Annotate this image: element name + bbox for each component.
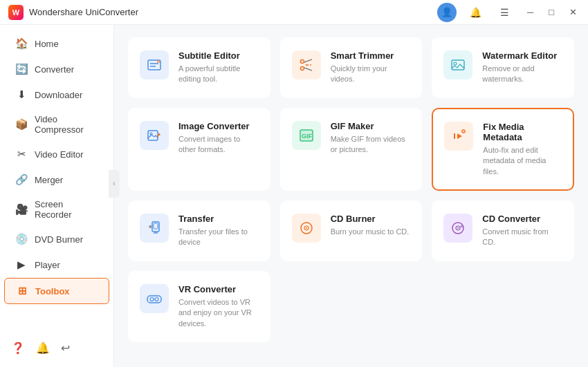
tool-card-transfer[interactable]: TransferTransfer your files to device [128,200,270,261]
svg-line-9 [304,68,312,70]
image-converter-icon [140,121,169,150]
sidebar-bottom: ❓ 🔔 ↩ [0,335,113,361]
notification-icon[interactable]: 🔔 [36,341,50,355]
cd-converter-icon [443,214,472,243]
merger-icon: 🔗 [15,173,28,186]
tool-card-gif-maker[interactable]: GIF GIF MakerMake GIF from videos or pic… [280,108,423,191]
app-logo: W [8,5,24,20]
menu-icon[interactable]: ☰ [495,3,515,22]
subtitle-editor-title: Subtitle Editor [178,50,259,61]
svg-rect-12 [452,60,464,70]
sidebar-label-converter: Converter [35,64,74,75]
sidebar-item-toolbox[interactable]: ⊞ Toolbox [4,278,109,304]
sidebar-item-video-editor[interactable]: ✂ Video Editor [4,142,109,167]
tool-card-smart-trimmer[interactable]: Smart TrimmerQuickly trim your videos. [280,37,423,98]
sidebar-nav: 🏠 Home🔄 Converter⬇ Downloader📦 Video Com… [0,30,113,305]
cd-converter-text: CD ConverterConvert music from CD. [482,214,562,248]
sidebar-item-downloader[interactable]: ⬇ Downloader [4,82,109,107]
cd-converter-title: CD Converter [482,214,562,224]
sidebar-item-player[interactable]: ▶ Player [4,252,109,277]
vr-converter-icon [140,284,169,313]
watermark-editor-text: Watermark EditorRemove or add watermarks… [482,50,562,85]
close-button[interactable]: ✕ [567,7,580,17]
sidebar-item-video-compressor[interactable]: 📦 Video Compressor [4,108,109,141]
sidebar-item-converter[interactable]: 🔄 Converter [4,57,109,82]
smart-trimmer-icon [292,50,321,79]
cd-burner-desc: Burn your music to CD. [331,227,410,237]
vr-converter-text: VR ConverterConvert videos to VR and enj… [178,284,259,329]
toolbox-icon: ⊞ [16,285,28,297]
svg-point-7 [300,67,304,70]
sidebar: 🏠 Home🔄 Converter⬇ Downloader📦 Video Com… [0,25,114,367]
sidebar-item-screen-recorder[interactable]: 🎥 Screen Recorder [4,193,109,226]
tools-grid: Subtitle EditorA powerful subtitle editi… [128,37,574,342]
gif-maker-desc: Make GIF from videos or pictures. [331,134,411,156]
sidebar-label-home: Home [35,39,59,49]
smart-trimmer-desc: Quickly trim your videos. [331,64,411,85]
gif-maker-title: GIF Maker [331,121,411,131]
downloader-icon: ⬇ [15,88,28,101]
image-converter-desc: Convert images to other formats. [178,134,259,156]
screen-recorder-icon: 🎥 [15,203,28,216]
tool-card-image-converter[interactable]: Image ConverterConvert images to other f… [128,108,270,191]
fix-media-metadata-icon [444,122,473,151]
fix-media-metadata-text: Fix Media MetadataAuto-fix and edit meta… [483,122,562,177]
svg-rect-26 [154,223,158,229]
tool-card-vr-converter[interactable]: VR ConverterConvert videos to VR and enj… [128,271,270,342]
transfer-text: TransferTransfer your files to device [178,214,259,248]
sidebar-label-downloader: Downloader [35,90,82,100]
user-icon[interactable]: 👤 [437,3,457,22]
cd-burner-icon [292,214,321,243]
dvd-burner-icon: 💿 [15,233,28,245]
sidebar-item-merger[interactable]: 🔗 Merger [4,167,109,192]
svg-point-15 [150,133,152,135]
subtitle-editor-text: Subtitle EditorA powerful subtitle editi… [178,50,259,85]
image-converter-text: Image ConverterConvert images to other f… [178,121,259,156]
sidebar-label-player: Player [35,260,60,270]
subtitle-editor-icon [140,50,169,79]
home-icon: 🏠 [15,37,28,50]
help-icon[interactable]: ❓ [11,341,25,355]
tool-card-watermark-editor[interactable]: Watermark EditorRemove or add watermarks… [432,37,574,98]
gif-maker-text: GIF MakerMake GIF from videos or picture… [331,121,411,156]
svg-point-36 [150,297,154,301]
svg-point-37 [155,297,158,301]
watermark-editor-desc: Remove or add watermarks. [482,64,562,85]
sidebar-collapse-handle[interactable]: ‹ [109,170,120,198]
smart-trimmer-text: Smart TrimmerQuickly trim your videos. [331,50,411,85]
transfer-icon [140,214,169,243]
sidebar-item-home[interactable]: 🏠 Home [4,31,109,56]
tool-card-cd-converter[interactable]: CD ConverterConvert music from CD. [432,200,574,261]
svg-line-11 [306,64,307,66]
feedback-icon[interactable]: ↩ [61,341,70,355]
fix-media-metadata-title: Fix Media Metadata [483,122,562,142]
svg-line-8 [304,59,312,62]
tool-card-fix-media-metadata[interactable]: Fix Media MetadataAuto-fix and edit meta… [432,108,574,191]
tool-card-cd-burner[interactable]: CD BurnerBurn your music to CD. [280,200,423,261]
titlebar: W Wondershare UniConverter 👤 🔔 ☰ ─ □ ✕ [0,0,588,25]
svg-point-34 [457,227,459,229]
svg-point-13 [454,62,457,65]
watermark-editor-title: Watermark Editor [482,50,562,61]
titlebar-controls: 👤 🔔 ☰ ─ □ ✕ [437,3,580,22]
vr-converter-title: VR Converter [178,284,259,294]
transfer-desc: Transfer your files to device [178,227,259,248]
svg-point-6 [300,60,304,64]
gif-maker-icon: GIF [292,121,321,150]
player-icon: ▶ [15,258,28,271]
sidebar-item-dvd-burner[interactable]: 💿 DVD Burner [4,227,109,252]
sidebar-label-merger: Merger [35,175,63,185]
maximize-button[interactable]: □ [546,7,557,17]
bell-icon[interactable]: 🔔 [466,3,486,22]
transfer-title: Transfer [178,214,259,224]
sidebar-label-video-editor: Video Editor [35,149,84,160]
cd-burner-text: CD BurnerBurn your music to CD. [331,214,410,237]
minimize-button[interactable]: ─ [524,7,536,17]
image-converter-title: Image Converter [178,121,259,131]
watermark-editor-icon [443,50,472,79]
sidebar-label-toolbox: Toolbox [35,286,70,297]
converter-icon: 🔄 [15,63,28,75]
video-editor-icon: ✂ [15,148,28,160]
tool-card-subtitle-editor[interactable]: Subtitle EditorA powerful subtitle editi… [128,37,270,98]
smart-trimmer-title: Smart Trimmer [331,50,411,61]
